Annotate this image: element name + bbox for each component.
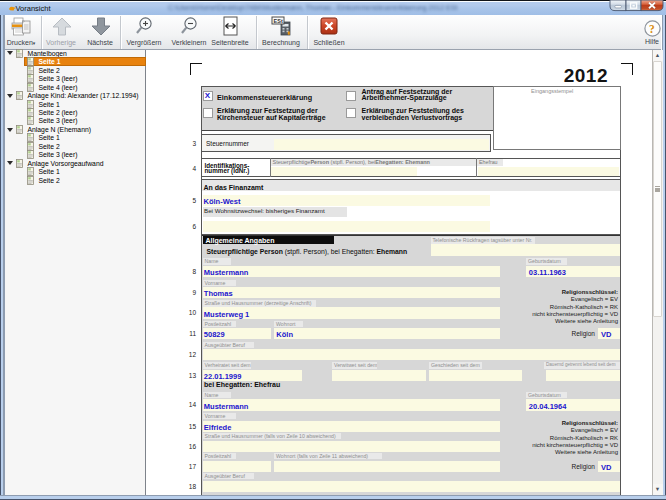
svg-text:?: ? <box>649 23 655 35</box>
svg-text:ESt: ESt <box>274 18 283 24</box>
